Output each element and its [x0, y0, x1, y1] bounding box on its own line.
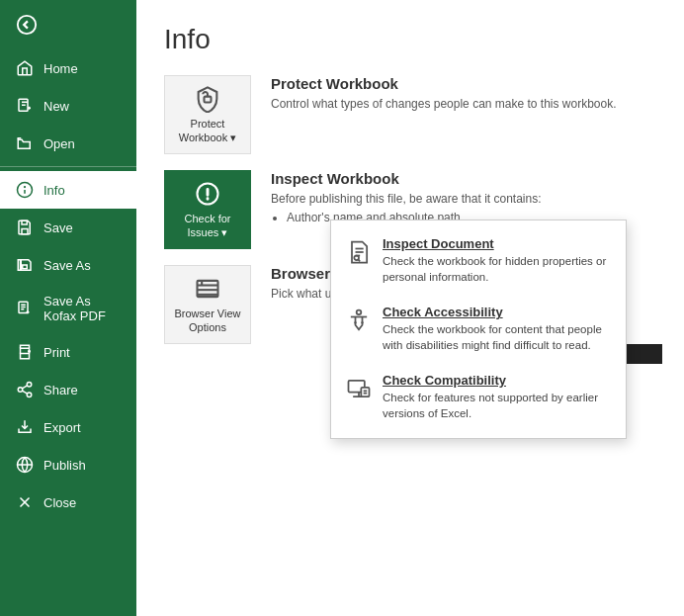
svg-point-11: [27, 383, 32, 388]
inspect-card-desc: Before publishing this file, be aware th…: [271, 191, 656, 208]
sidebar-label-save: Save: [43, 220, 73, 235]
check-accessibility-title: Check Accessibility: [383, 305, 612, 319]
protect-button-label: Protect Workbook ▾: [179, 117, 236, 145]
browser-view-button[interactable]: Browser View Options: [164, 265, 251, 344]
svg-rect-9: [21, 354, 30, 359]
sidebar-label-info: Info: [43, 183, 65, 198]
sidebar-label-publish: Publish: [43, 458, 86, 473]
sidebar-label-close: Close: [43, 495, 76, 510]
svg-line-28: [358, 259, 360, 261]
sidebar-label-home: Home: [43, 61, 78, 76]
svg-rect-5: [22, 229, 28, 234]
protect-card-title: Protect Workbook: [271, 75, 656, 92]
page-title: Info: [164, 24, 656, 55]
svg-point-27: [354, 256, 359, 261]
sidebar-item-close[interactable]: Close: [0, 484, 136, 521]
svg-line-14: [22, 391, 27, 394]
inspect-document-item[interactable]: Inspect Document Check the workbook for …: [331, 226, 626, 295]
sidebar-label-print: Print: [43, 345, 70, 360]
sidebar-label-share: Share: [43, 383, 78, 397]
inspect-card-content: Inspect Workbook Before publishing this …: [271, 170, 656, 224]
protect-workbook-button[interactable]: Protect Workbook ▾: [164, 75, 251, 154]
svg-rect-31: [361, 388, 369, 396]
back-button[interactable]: [0, 0, 136, 49]
svg-point-13: [27, 393, 32, 397]
sidebar-item-save[interactable]: Save: [0, 209, 136, 246]
svg-point-12: [18, 388, 23, 393]
check-issues-label: Check for Issues ▾: [184, 212, 230, 240]
inspect-document-desc: Check the workbook for hidden properties…: [383, 253, 612, 285]
svg-point-29: [357, 310, 362, 315]
sidebar: Home New Open In: [0, 0, 136, 616]
protect-card-desc: Control what types of changes people can…: [271, 96, 656, 113]
sidebar-label-kofax: Save As Kofax PDF: [43, 294, 121, 323]
sidebar-nav: Home New Open In: [0, 49, 136, 616]
inspect-document-title: Inspect Document: [383, 236, 612, 251]
sidebar-label-save-as: Save As: [43, 258, 91, 273]
check-accessibility-content: Check Accessibility Check the workbook f…: [383, 305, 612, 353]
sidebar-item-new[interactable]: New: [0, 87, 136, 125]
check-compatibility-item[interactable]: Check Compatibility Check for features n…: [331, 363, 626, 431]
sidebar-item-info[interactable]: Info: [0, 171, 136, 209]
inspect-card-title: Inspect Workbook: [271, 170, 656, 187]
svg-line-15: [22, 386, 27, 389]
sidebar-item-export[interactable]: Export: [0, 408, 136, 446]
sidebar-label-new: New: [43, 99, 69, 114]
svg-rect-6: [22, 220, 27, 224]
sidebar-item-share[interactable]: Share: [0, 371, 136, 408]
svg-point-0: [18, 16, 36, 34]
inspect-document-content: Inspect Document Check the workbook for …: [383, 236, 612, 285]
protect-workbook-card: Protect Workbook ▾ Protect Workbook Cont…: [164, 75, 656, 154]
check-compatibility-desc: Check for features not supported by earl…: [383, 390, 612, 421]
svg-rect-18: [205, 96, 212, 102]
sidebar-item-save-as[interactable]: Save As: [0, 246, 136, 284]
sidebar-item-publish[interactable]: Publish: [0, 446, 136, 484]
browser-view-label: Browser View Options: [174, 307, 240, 335]
sidebar-label-open: Open: [43, 136, 75, 151]
sidebar-item-print[interactable]: Print: [0, 333, 136, 371]
sidebar-item-kofax[interactable]: Save As Kofax PDF: [0, 284, 136, 333]
check-compatibility-content: Check Compatibility Check for features n…: [383, 373, 612, 421]
check-accessibility-desc: Check the workbook for content that peop…: [383, 321, 612, 353]
sidebar-item-open[interactable]: Open: [0, 125, 136, 162]
main-content: Info Protect Workbook ▾ Protect Workbook…: [136, 0, 684, 616]
svg-point-10: [29, 351, 31, 353]
check-issues-button[interactable]: Check for Issues ▾: [164, 170, 251, 249]
check-issues-dropdown: Inspect Document Check the workbook for …: [330, 220, 627, 439]
protect-card-content: Protect Workbook Control what types of c…: [271, 75, 656, 113]
check-compatibility-title: Check Compatibility: [383, 373, 612, 388]
sidebar-label-export: Export: [43, 420, 81, 435]
sidebar-item-home[interactable]: Home: [0, 49, 136, 87]
svg-rect-7: [23, 265, 28, 269]
check-accessibility-item[interactable]: Check Accessibility Check the workbook f…: [331, 295, 626, 363]
